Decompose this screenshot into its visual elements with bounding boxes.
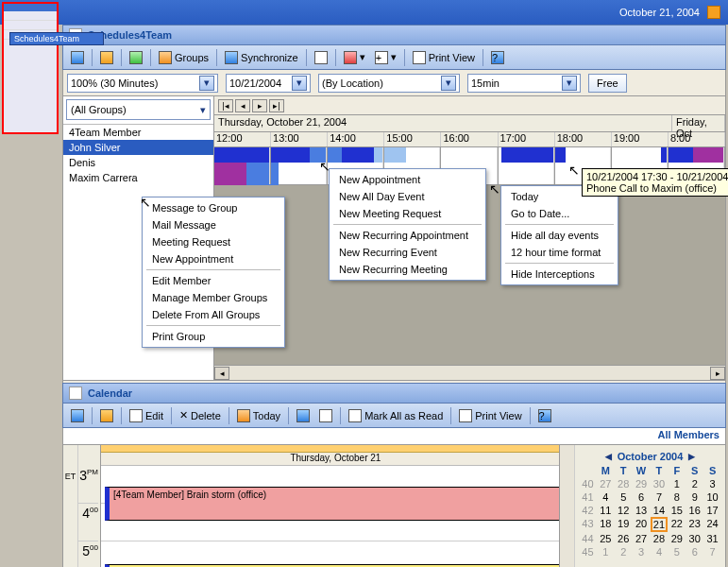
- cal-day[interactable]: 2: [615, 545, 633, 558]
- help-button[interactable]: ?: [487, 49, 508, 66]
- cal-day[interactable]: 30: [686, 532, 703, 545]
- h-scrollbar[interactable]: ◂▸: [214, 365, 725, 380]
- menu-item[interactable]: Go to Date...: [501, 205, 618, 222]
- person-item[interactable]: Denis: [63, 155, 213, 170]
- cal-day[interactable]: 3: [703, 477, 721, 490]
- cal-day[interactable]: 25: [597, 532, 615, 545]
- btn-7[interactable]: ▾: [340, 49, 369, 66]
- menu-item[interactable]: New Recurring Appointment: [330, 227, 485, 244]
- delete-button[interactable]: ✕Delete: [176, 407, 225, 423]
- cal-day[interactable]: 13: [633, 504, 651, 517]
- cal-day[interactable]: 27: [633, 532, 651, 545]
- cal-day[interactable]: 7: [703, 545, 721, 558]
- cal-day[interactable]: 17: [703, 504, 721, 517]
- btn-1[interactable]: [67, 49, 88, 66]
- btn-8[interactable]: +▾: [371, 49, 400, 66]
- all-groups-select[interactable]: (All Groups)▾: [66, 99, 211, 120]
- today-button[interactable]: Today: [233, 407, 284, 424]
- schedules4team-nav[interactable]: Schedules4Team: [9, 32, 104, 45]
- cal-day[interactable]: 8: [668, 490, 686, 504]
- menu-item[interactable]: Edit Member: [143, 272, 284, 289]
- menu-item[interactable]: New Appointment: [143, 250, 284, 267]
- menu-item[interactable]: Print Group: [143, 328, 284, 345]
- cal-day[interactable]: 21: [651, 517, 669, 532]
- nav-last[interactable]: ▸|: [269, 99, 284, 112]
- interval-select[interactable]: 15min▾: [467, 74, 581, 93]
- location-select[interactable]: (By Location)▾: [318, 74, 460, 93]
- cal-day[interactable]: 6: [686, 545, 703, 558]
- next-month[interactable]: ▶: [688, 452, 695, 461]
- cal-day[interactable]: 28: [615, 477, 633, 490]
- menu-item[interactable]: Delete From All Groups: [143, 306, 284, 323]
- free-button[interactable]: Free: [588, 74, 627, 93]
- cal-day[interactable]: 27: [597, 477, 615, 490]
- person-item[interactable]: John Silver: [63, 140, 213, 155]
- nav-first[interactable]: |◂: [218, 99, 233, 112]
- btn-2[interactable]: [96, 49, 117, 66]
- btn-6[interactable]: [311, 49, 331, 66]
- cal-day[interactable]: 5: [668, 545, 686, 558]
- cal-day[interactable]: 12: [615, 504, 633, 517]
- person-context-menu[interactable]: Message to GroupMail MessageMeeting Requ…: [142, 197, 285, 348]
- groups-button[interactable]: Groups: [155, 49, 212, 66]
- cal-btn-6[interactable]: [293, 407, 313, 424]
- members-label[interactable]: All Members: [62, 428, 726, 445]
- menu-item[interactable]: New All Day Event: [330, 188, 485, 205]
- cal-day[interactable]: 30: [651, 477, 669, 490]
- cal-day[interactable]: 20: [633, 517, 651, 532]
- cal-day[interactable]: 16: [686, 504, 703, 517]
- cal-day[interactable]: 31: [703, 532, 721, 545]
- cal-help-button[interactable]: ?: [534, 407, 555, 424]
- cal-print-button[interactable]: Print View: [455, 407, 525, 424]
- cal-day[interactable]: 22: [668, 517, 686, 532]
- menu-item[interactable]: New Appointment: [330, 171, 485, 188]
- nav-next[interactable]: ▸: [252, 99, 267, 112]
- cal-day[interactable]: 14: [651, 504, 669, 517]
- cal-btn-7[interactable]: [315, 407, 336, 424]
- cal-day[interactable]: 4: [651, 545, 669, 558]
- cal-btn-2[interactable]: [96, 407, 117, 424]
- menu-item[interactable]: 12 hour time format: [501, 244, 618, 261]
- cal-day[interactable]: 1: [597, 545, 615, 558]
- cal-day[interactable]: 2: [686, 477, 703, 490]
- cal-day[interactable]: 18: [597, 517, 615, 532]
- menu-item[interactable]: Meeting Request: [143, 233, 284, 250]
- mini-calendar[interactable]: ◀October 2004▶ MTWTFSS402728293012341456…: [574, 445, 725, 567]
- cal-day[interactable]: 4: [597, 490, 615, 504]
- zoom-select[interactable]: 100% (30 Minutes)▾: [67, 74, 218, 93]
- calendar-grid[interactable]: Thursday, October 21 [4Team Member] Brai…: [101, 445, 574, 567]
- menu-item[interactable]: Hide Interceptions: [501, 266, 618, 283]
- cal-day[interactable]: 15: [668, 504, 686, 517]
- prev-month[interactable]: ◀: [605, 452, 612, 461]
- v-scrollbar[interactable]: [559, 445, 574, 567]
- person-item[interactable]: 4Team Member: [63, 125, 213, 140]
- cal-day[interactable]: 9: [686, 490, 703, 504]
- print-view-button[interactable]: Print View: [409, 49, 479, 66]
- cal-day[interactable]: 29: [668, 532, 686, 545]
- appointment-context-menu[interactable]: New AppointmentNew All Day EventNew Meet…: [329, 168, 486, 281]
- cal-day[interactable]: 7: [651, 490, 669, 504]
- menu-item[interactable]: Manage Member Groups: [143, 289, 284, 306]
- menu-item[interactable]: Hide all day events: [501, 227, 618, 244]
- date-select[interactable]: 10/21/2004▾: [226, 74, 311, 93]
- event-brainstorm[interactable]: [4Team Member] Brain storm (office): [105, 487, 565, 521]
- cal-day[interactable]: 24: [703, 517, 721, 532]
- menu-item[interactable]: New Meeting Request: [330, 205, 485, 222]
- sync-button[interactable]: Synchronize: [221, 49, 302, 66]
- menu-item[interactable]: Message to Group: [143, 199, 284, 216]
- cal-day[interactable]: 5: [615, 490, 633, 504]
- edit-button[interactable]: Edit: [126, 407, 167, 424]
- cal-day[interactable]: 23: [686, 517, 703, 532]
- cal-day[interactable]: 11: [597, 504, 615, 517]
- menu-item[interactable]: New Recurring Event: [330, 244, 485, 261]
- cal-btn-1[interactable]: [67, 407, 88, 424]
- view-context-menu[interactable]: TodayGo to Date...Hide all day events12 …: [500, 185, 618, 285]
- cal-day[interactable]: 10: [703, 490, 721, 504]
- cal-day[interactable]: 28: [651, 532, 669, 545]
- cal-day[interactable]: 26: [615, 532, 633, 545]
- cal-day[interactable]: 3: [633, 545, 651, 558]
- cal-day[interactable]: 6: [633, 490, 651, 504]
- menu-item[interactable]: Mail Message: [143, 216, 284, 233]
- nav-prev[interactable]: ◂: [235, 99, 250, 112]
- btn-3[interactable]: [126, 49, 146, 66]
